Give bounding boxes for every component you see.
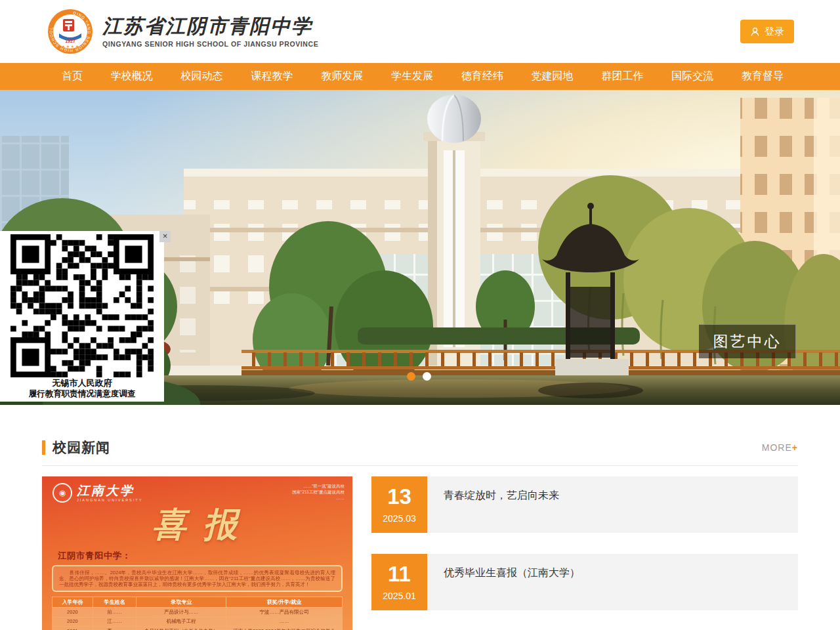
campus-news-section: 校园新闻 MORE+ ◉ 江南大学 JIANGNAN UNIVERSITY ……… <box>42 438 798 630</box>
nav-item-student-development[interactable]: 学生发展 <box>391 70 433 83</box>
nav-item-campus-news[interactable]: 校园动态 <box>181 70 223 83</box>
site-title-block: 江苏省江阴市青阳中学 QINGYANG SENIOR HIGH SCHOOL O… <box>102 15 318 48</box>
nav-item-school-overview[interactable]: 学校概况 <box>111 70 153 83</box>
user-icon <box>750 27 760 37</box>
poster-body-text: 喜传佳报，……。2024年，贵校高中毕业生在江南大学……，取得优异成绩，……的优… <box>52 565 343 592</box>
page: QING YANG SENIOR HIGH SCHOOL 1927 ★ ★ ★ … <box>0 0 840 630</box>
site-header: QING YANG SENIOR HIGH SCHOOL 1927 ★ ★ ★ … <box>0 0 840 63</box>
survey-qr-overlay: 无锡市人民政府 履行教育职责情况满意度调查 × <box>0 231 164 402</box>
nav-item-home[interactable]: 首页 <box>62 70 83 83</box>
close-icon[interactable]: × <box>159 231 171 242</box>
poster-admissions-table: 入学年份 学生姓名 录取专业 获奖/升学/就业 2020前…… 产品设计与……宁… <box>52 597 343 630</box>
carousel-dot-1[interactable] <box>407 372 415 381</box>
good-news-poster-image[interactable]: ◉ 江南大学 JIANGNAN UNIVERSITY ……“双一流”建设高校 国… <box>42 476 352 630</box>
nav-item-education-supervision[interactable]: 教育督导 <box>742 70 784 83</box>
svg-text:1927: 1927 <box>65 39 75 43</box>
news-date-block: 11 2025.01 <box>371 554 427 610</box>
news-body: 优秀毕业生喜报（江南大学） <box>427 554 798 610</box>
university-emblem-icon: ◉ <box>52 483 72 503</box>
nav-item-teacher-development[interactable]: 教师发展 <box>321 70 363 83</box>
news-title: 青春绽放时，艺启向未来 <box>444 489 782 503</box>
page-title: 江苏省江阴市青阳中学 <box>102 15 318 37</box>
table-row: 2021李…… 食品科学与工程（中外合作办学）江南大学2023-2024学年本科… <box>52 627 343 630</box>
poster-header: ◉ 江南大学 JIANGNAN UNIVERSITY ……“双一流”建设高校 国… <box>42 476 352 503</box>
nav-item-international-exchange[interactable]: 国际交流 <box>671 70 713 83</box>
news-day: 13 <box>387 486 411 507</box>
hero-caption-badge[interactable]: 图艺中心 <box>699 324 796 358</box>
poster-salutation: 江阴市青阳中学： <box>58 550 352 562</box>
news-date: 2025.01 <box>383 591 416 601</box>
poster-badge-lines: ……“双一流”建设高校 国家“211工程”重点建设高校 …… <box>292 483 345 501</box>
news-date-block: 13 2025.03 <box>371 476 427 533</box>
svg-text:★ ★ ★ ★: ★ ★ ★ ★ <box>62 45 79 49</box>
hero-carousel: 图艺中心 无锡市人民政府 履行教育职责情况满意度调查 × <box>0 90 840 405</box>
news-list: 13 2025.03 青春绽放时，艺启向未来 11 2025.01 优秀毕业生喜… <box>371 476 798 630</box>
news-title: 优秀毕业生喜报（江南大学） <box>444 566 782 580</box>
nav-item-moral-education[interactable]: 德育经纬 <box>461 70 503 83</box>
login-label: 登录 <box>765 26 784 38</box>
section-divider <box>42 465 798 466</box>
carousel-dot-2[interactable] <box>423 372 431 381</box>
carousel-dots <box>407 372 431 381</box>
news-item[interactable]: 11 2025.01 优秀毕业生喜报（江南大学） <box>371 554 798 610</box>
table-row: 2020前…… 产品设计与……宁波……产品有限公司 <box>52 608 343 618</box>
news-date: 2025.03 <box>383 513 416 524</box>
qr-caption-line1: 无锡市人民政府 <box>52 378 112 388</box>
qr-caption-line2: 履行教育职责情况满意度调查 <box>29 389 136 399</box>
main-nav: 首页 学校概况 校园动态 课程教学 教师发展 学生发展 德育经纬 党建园地 群团… <box>0 63 840 90</box>
news-item[interactable]: 13 2025.03 青春绽放时，艺启向未来 <box>371 476 798 533</box>
section-title: 校园新闻 <box>52 438 110 457</box>
qr-code-image <box>10 234 154 377</box>
news-day: 11 <box>388 563 411 585</box>
page-subtitle: QINGYANG SENIOR HIGH SCHOOL OF JIANGSU P… <box>102 40 318 48</box>
login-button[interactable]: 登录 <box>740 20 794 43</box>
section-accent-bar <box>42 440 45 455</box>
nav-item-curriculum[interactable]: 课程教学 <box>251 70 293 83</box>
nav-item-league-work[interactable]: 群团工作 <box>601 70 643 83</box>
section-header: 校园新闻 MORE+ <box>42 438 798 457</box>
nav-item-party-building[interactable]: 党建园地 <box>532 70 574 83</box>
news-body: 青春绽放时，艺启向未来 <box>427 476 798 533</box>
more-link[interactable]: MORE+ <box>762 442 798 453</box>
poster-banner-title: 喜报 <box>54 505 352 543</box>
jiangnan-university-logo: ◉ 江南大学 JIANGNAN UNIVERSITY <box>52 483 142 503</box>
school-badge-icon: QING YANG SENIOR HIGH SCHOOL 1927 ★ ★ ★ … <box>47 9 93 54</box>
table-row: 2020江…… 机械电子工程…… <box>52 617 343 627</box>
